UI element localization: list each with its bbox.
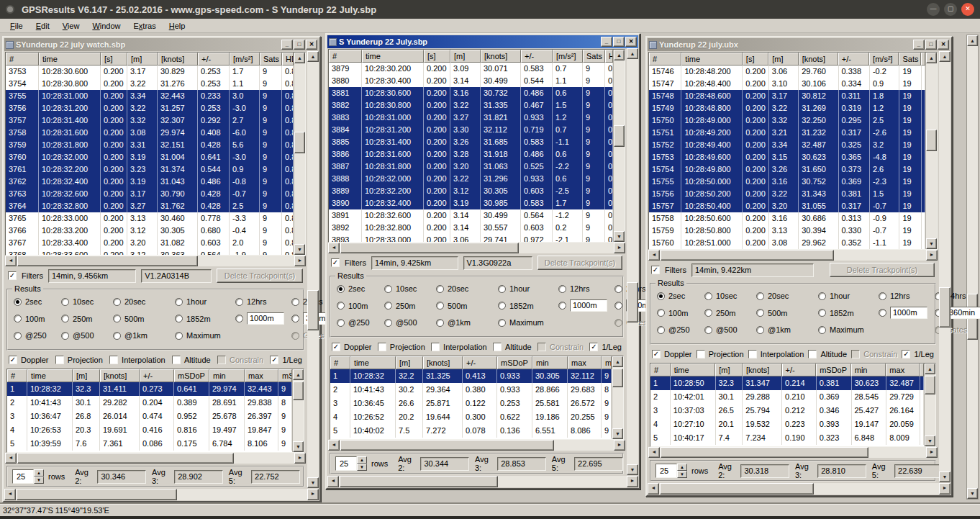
scrollbar-track[interactable] bbox=[340, 243, 614, 253]
radio-button[interactable] bbox=[657, 309, 665, 317]
scroll-left-icon[interactable]: ◄ bbox=[5, 453, 17, 464]
scrollbar-track[interactable] bbox=[659, 483, 939, 495]
window-titlebar[interactable]: SYunderup 22 july watch.sbp _ □ ✕ bbox=[4, 38, 319, 51]
table-row[interactable]: 388610:28:31.6000.2003.2831.9180.4860.69… bbox=[329, 148, 613, 161]
checkbox-box[interactable] bbox=[109, 356, 118, 364]
rows-spinner[interactable]: 25 ▲ ▼ bbox=[655, 464, 687, 478]
summary-vertical-scrollbar[interactable]: ▲ ▼ bbox=[924, 364, 935, 446]
radio-button[interactable] bbox=[704, 292, 712, 300]
table-row[interactable]: 210:41:4330.229.3640.3800.93328.86629.68… bbox=[330, 383, 612, 397]
radio-button[interactable] bbox=[704, 326, 712, 334]
scroll-right-icon[interactable]: ► bbox=[614, 243, 625, 253]
scroll-down-icon[interactable]: ▼ bbox=[294, 244, 305, 255]
scroll-right-icon[interactable]: ► bbox=[614, 440, 625, 451]
scrollbar-thumb[interactable] bbox=[17, 453, 234, 464]
radio-button[interactable] bbox=[337, 285, 345, 293]
radio-button[interactable] bbox=[498, 319, 506, 327]
scroll-left-icon[interactable]: ◄ bbox=[5, 256, 17, 266]
table-row[interactable]: 388410:28:31.2000.2003.3032.1120.7190.79… bbox=[329, 124, 613, 136]
checkbox-box[interactable]: ✓ bbox=[270, 356, 278, 364]
table-row[interactable]: 210:41:4330.129.2820.2040.38928.69129.83… bbox=[7, 396, 292, 410]
radio-button[interactable] bbox=[235, 298, 243, 306]
table-row[interactable]: 1575010:28:49.0000.2003.3232.2500.2952.5… bbox=[649, 114, 925, 127]
summary-vertical-scrollbar[interactable]: ▲ ▼ bbox=[292, 369, 304, 452]
radio-button[interactable] bbox=[704, 309, 712, 317]
radio-button[interactable] bbox=[14, 332, 22, 340]
radio-button[interactable] bbox=[498, 302, 506, 310]
rows-count-field[interactable]: 25 bbox=[655, 464, 677, 478]
filters-checkbox[interactable]: ✓ bbox=[651, 266, 660, 274]
trackpoint-horizontal-scrollbar[interactable]: ◄ ► bbox=[5, 256, 306, 266]
scrollbar-thumb[interactable] bbox=[614, 125, 625, 147]
trackpoint-vertical-scrollbar[interactable]: ▲ ▼ bbox=[294, 53, 305, 255]
spinner-down-icon[interactable]: ▼ bbox=[357, 464, 367, 471]
window-titlebar[interactable]: S Yunderup 22 July.sbp _ □ ✕ bbox=[327, 35, 638, 48]
radio-button[interactable] bbox=[14, 315, 22, 322]
table-row[interactable]: 388110:28:30.6000.2003.1630.7320.4860.69… bbox=[329, 87, 613, 99]
summary-horizontal-scrollbar[interactable]: ◄ ► bbox=[648, 447, 938, 458]
radio-button[interactable] bbox=[175, 298, 183, 306]
os-titlebar[interactable]: GPSResults V6.147 - 25.02.2016 - www.gps… bbox=[0, 0, 980, 19]
scroll-right-icon[interactable]: ► bbox=[926, 447, 938, 458]
window-vertical-scrollbar[interactable]: ▲ ▼ bbox=[307, 51, 319, 488]
table-row[interactable]: 375810:28:31.6000.2003.0829.9740.408-6.0… bbox=[6, 127, 294, 139]
table-row[interactable]: 510:40:177.47.2340.1900.3236.8488.00918 bbox=[650, 431, 924, 445]
table-row[interactable]: 1574610:28:48.2000.2003.0629.7600.338-0.… bbox=[649, 66, 925, 78]
checkbox-box[interactable] bbox=[431, 343, 440, 351]
menu-item-file[interactable]: File bbox=[4, 20, 29, 32]
radio-button[interactable] bbox=[657, 292, 665, 300]
table-row[interactable]: 110:28:3232.231.3250.4130.93330.30532.11… bbox=[330, 369, 612, 383]
table-row[interactable]: 1575710:28:50.4000.2003.2031.0550.317-0.… bbox=[649, 200, 925, 212]
close-icon[interactable]: ✕ bbox=[306, 40, 317, 50]
table-row[interactable]: 410:26:5320.319.6910.4160.81619.49719.84… bbox=[7, 423, 292, 437]
scrollbar-thumb[interactable] bbox=[627, 282, 638, 322]
table-row[interactable]: 410:27:1020.119.5320.2230.39319.14720.05… bbox=[650, 418, 924, 431]
table-row[interactable]: 375410:28:30.8000.2003.2231.2760.2531.19… bbox=[6, 78, 294, 90]
custom-value-input[interactable]: 1000m bbox=[890, 307, 927, 319]
scroll-up-icon[interactable]: ▲ bbox=[293, 369, 304, 380]
checkbox-box[interactable]: ✓ bbox=[332, 343, 340, 351]
table-row[interactable]: 375310:28:30.6000.2003.1730.8290.2531.79… bbox=[6, 66, 294, 78]
checkbox-box[interactable] bbox=[697, 350, 705, 358]
scrollbar-track[interactable] bbox=[614, 60, 625, 231]
summary-horizontal-scrollbar[interactable]: ◄ ► bbox=[5, 453, 306, 464]
radio-button[interactable] bbox=[436, 302, 444, 310]
table-row[interactable]: 376810:28:33.6000.2003.1230.3630.564-1.9… bbox=[6, 249, 294, 255]
scrollbar-thumb[interactable] bbox=[307, 290, 319, 330]
scrollbar-thumb[interactable] bbox=[294, 132, 305, 153]
scroll-left-icon[interactable]: ◄ bbox=[327, 476, 339, 487]
table-row[interactable]: 375910:28:31.8000.2003.3132.1510.4285.69… bbox=[6, 139, 294, 151]
scroll-up-icon[interactable]: ▲ bbox=[307, 51, 319, 62]
summary-horizontal-scrollbar[interactable]: ◄ ► bbox=[328, 440, 625, 451]
scroll-up-icon[interactable]: ▲ bbox=[612, 356, 623, 367]
menu-item-edit[interactable]: Edit bbox=[30, 20, 55, 32]
radio-button[interactable] bbox=[384, 319, 392, 327]
table-row[interactable]: 388510:28:31.4000.2003.2631.6850.583-1.1… bbox=[329, 136, 613, 148]
scroll-down-icon[interactable]: ▼ bbox=[967, 488, 978, 499]
close-icon[interactable]: ✕ bbox=[938, 40, 949, 50]
scroll-down-icon[interactable]: ▼ bbox=[612, 428, 623, 439]
menu-item-help[interactable]: Help bbox=[163, 20, 191, 32]
table-row[interactable]: 1575910:28:50.8000.2003.1330.3940.330-0.… bbox=[649, 225, 925, 237]
table-row[interactable]: 389310:28:33.0000.2003.0629.7410.972-2.1… bbox=[329, 234, 613, 242]
scrollbar-thumb[interactable] bbox=[17, 489, 177, 500]
menu-item-window[interactable]: Window bbox=[86, 20, 126, 32]
table-row[interactable]: 376310:28:32.6000.2003.1730.7900.428-0.7… bbox=[6, 188, 294, 200]
scrollbar-track[interactable] bbox=[939, 62, 950, 471]
maximize-icon[interactable]: □ bbox=[294, 40, 305, 50]
scroll-down-icon[interactable]: ▼ bbox=[939, 471, 950, 482]
scrollbar-track[interactable] bbox=[17, 256, 294, 266]
menu-item-view[interactable]: View bbox=[57, 20, 86, 32]
scroll-up-icon[interactable]: ▲ bbox=[294, 53, 305, 63]
table-row[interactable]: 376510:28:33.0000.2003.1330.4600.778-3.3… bbox=[6, 212, 294, 225]
maximize-icon[interactable]: □ bbox=[925, 40, 937, 50]
table-row[interactable]: 1575410:28:49.8000.2003.2631.6500.3732.6… bbox=[649, 163, 925, 176]
radio-button[interactable] bbox=[436, 319, 444, 327]
window-horizontal-scrollbar[interactable]: ◄ ► bbox=[4, 489, 319, 500]
scroll-up-icon[interactable]: ▲ bbox=[627, 48, 638, 59]
table-row[interactable]: 310:36:4726.826.0140.4740.95225.67826.39… bbox=[7, 410, 292, 423]
spinner-up-icon[interactable]: ▲ bbox=[34, 469, 44, 477]
table-row[interactable]: 376410:28:32.8000.2003.2731.7620.4282.59… bbox=[6, 200, 294, 212]
scrollbar-track[interactable] bbox=[307, 62, 319, 477]
rows-spinner[interactable]: 25 ▲ ▼ bbox=[335, 456, 367, 471]
